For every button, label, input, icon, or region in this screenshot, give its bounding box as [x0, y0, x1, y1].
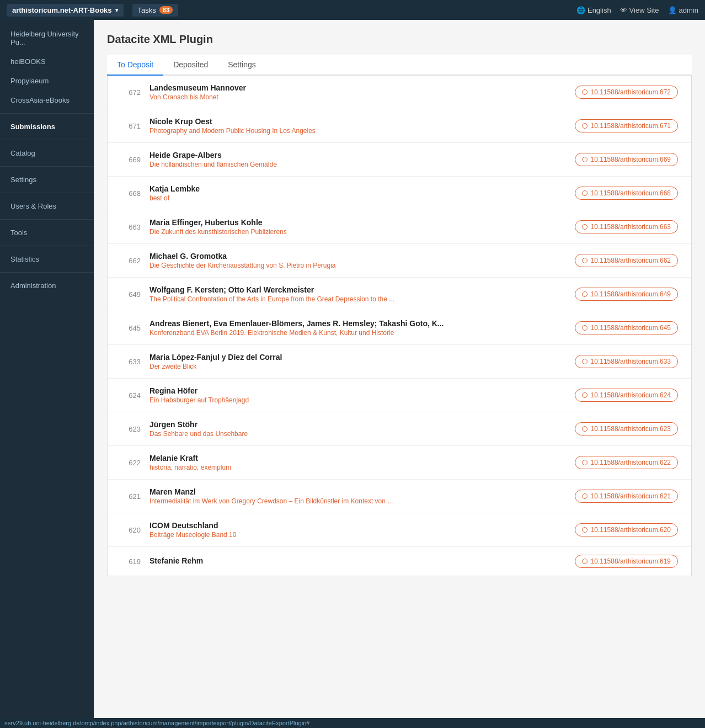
submission-subtitle: Ein Habsburger auf Trophäenjagd: [149, 396, 566, 404]
table-row: 624 Regina Höfer Ein Habsburger auf Trop…: [108, 379, 691, 412]
doi-value: 10.11588/arthistoricum.671: [591, 122, 671, 130]
sidebar-item-catalog[interactable]: Catalog: [0, 144, 94, 163]
submission-info: Nicole Krup Oest Photography and Modern …: [149, 117, 566, 135]
submission-subtitle: Die holländischen und flämischen Gemälde: [149, 161, 566, 168]
table-row: 671 Nicole Krup Oest Photography and Mod…: [108, 109, 691, 143]
submission-title: Jürgen Stöhr: [149, 420, 566, 429]
doi-circle-icon: [582, 527, 588, 533]
doi-value: 10.11588/arthistoricum.620: [591, 526, 671, 534]
doi-link[interactable]: 10.11588/arthistoricum.623: [575, 422, 678, 435]
doi-value: 10.11588/arthistoricum.649: [591, 290, 671, 298]
sidebar-item-tools[interactable]: Tools: [0, 223, 94, 242]
sidebar-divider-2: [0, 140, 94, 140]
brand-label: arthistoricum.net-ART-Books: [12, 6, 112, 14]
tab-to-deposit[interactable]: To Deposit: [107, 55, 163, 76]
doi-value: 10.11588/arthistoricum.662: [591, 257, 671, 264]
doi-value: 10.11588/arthistoricum.619: [591, 557, 671, 565]
doi-circle-icon: [582, 224, 588, 230]
submission-title: Maren Manzl: [149, 487, 566, 496]
table-row: 662 Michael G. Gromotka Die Geschichte d…: [108, 244, 691, 278]
submission-info: Heide Grape-Albers Die holländischen und…: [149, 151, 566, 168]
doi-link[interactable]: 10.11588/arthistoricum.649: [575, 288, 678, 301]
submission-title: Stefanie Rehm: [149, 556, 566, 565]
tab-settings[interactable]: Settings: [218, 55, 266, 76]
doi-value: 10.11588/arthistoricum.645: [591, 324, 671, 332]
doi-value: 10.11588/arthistoricum.621: [591, 492, 671, 500]
submission-title: María López-Fanjul y Díez del Corral: [149, 353, 566, 362]
sidebar-item-administration[interactable]: Administration: [0, 276, 94, 295]
doi-link[interactable]: 10.11588/arthistoricum.619: [575, 555, 678, 568]
sidebar-item-propylaeum[interactable]: Propylaeum: [0, 71, 94, 91]
sidebar-item-crossasia[interactable]: CrossAsia-eBooks: [0, 91, 94, 110]
tab-deposited[interactable]: Deposited: [163, 55, 218, 76]
sidebar-item-submissions[interactable]: Submissions: [0, 117, 94, 136]
submission-title: Nicole Krup Oest: [149, 117, 566, 126]
submission-id: 623: [121, 425, 141, 433]
doi-link[interactable]: 10.11588/arthistoricum.621: [575, 490, 678, 503]
admin-link[interactable]: 👤 admin: [668, 6, 698, 14]
submission-title: ICOM Deutschland: [149, 521, 566, 530]
doi-circle-icon: [582, 392, 588, 398]
sidebar-item-statistics[interactable]: Statistics: [0, 249, 94, 269]
tasks-button[interactable]: Tasks 83: [132, 4, 178, 17]
submission-title: Heide Grape-Albers: [149, 151, 566, 160]
submission-info: Wolfgang F. Kersten; Otto Karl Werckmeis…: [149, 285, 566, 303]
doi-value: 10.11588/arthistoricum.663: [591, 223, 671, 231]
brand-dropdown[interactable]: arthistoricum.net-ART-Books ▾: [7, 4, 124, 17]
status-url: serv29.ub.uni-heidelberg.de/omp/index.ph…: [4, 720, 309, 726]
submission-title: Melanie Kraft: [149, 454, 566, 463]
english-link[interactable]: 🌐 English: [576, 6, 611, 14]
doi-link[interactable]: 10.11588/arthistoricum.672: [575, 86, 678, 99]
doi-circle-icon: [582, 325, 588, 331]
submission-info: Michael G. Gromotka Die Geschichte der K…: [149, 252, 566, 269]
doi-circle-icon: [582, 460, 588, 465]
page-layout: Heidelberg University Pu... heiBOOKS Pro…: [0, 20, 705, 728]
doi-link[interactable]: 10.11588/arthistoricum.624: [575, 389, 678, 402]
submission-id: 619: [121, 557, 141, 566]
doi-value: 10.11588/arthistoricum.623: [591, 425, 671, 433]
doi-circle-icon: [582, 291, 588, 297]
table-row: 633 María López-Fanjul y Díez del Corral…: [108, 345, 691, 379]
globe-icon: 🌐: [576, 6, 585, 14]
submissions-list: 672 Landesmuseum Hannover Von Cranach bi…: [107, 76, 692, 576]
sidebar-divider-6: [0, 246, 94, 246]
submission-id: 671: [121, 122, 141, 130]
sidebar: Heidelberg University Pu... heiBOOKS Pro…: [0, 20, 94, 728]
sidebar-item-heibooks[interactable]: heiBOOKS: [0, 52, 94, 71]
doi-link[interactable]: 10.11588/arthistoricum.633: [575, 355, 678, 368]
submission-title: Katja Lembke: [149, 184, 566, 193]
sidebar-item-users-roles[interactable]: Users & Roles: [0, 196, 94, 216]
page-title: Datacite XML Plugin: [107, 33, 692, 46]
doi-link[interactable]: 10.11588/arthistoricum.662: [575, 254, 678, 267]
submission-info: ICOM Deutschland Beiträge Museologie Ban…: [149, 521, 566, 539]
sidebar-item-heidelberg[interactable]: Heidelberg University Pu...: [0, 24, 94, 52]
doi-value: 10.11588/arthistoricum.672: [591, 88, 671, 96]
submission-subtitle: Von Cranach bis Monet: [149, 93, 566, 101]
doi-link[interactable]: 10.11588/arthistoricum.663: [575, 220, 678, 233]
table-row: 645 Andreas Bienert, Eva Emenlauer-Blöme…: [108, 311, 691, 345]
doi-link[interactable]: 10.11588/arthistoricum.671: [575, 119, 678, 132]
submission-id: 645: [121, 324, 141, 332]
tab-bar: To Deposit Deposited Settings: [107, 55, 692, 76]
submission-id: 662: [121, 257, 141, 265]
english-label: English: [588, 6, 611, 14]
submission-subtitle: Das Sehbare und das Unsehbare: [149, 430, 566, 438]
submission-id: 624: [121, 391, 141, 400]
main-content: Datacite XML Plugin To Deposit Deposited…: [94, 20, 705, 728]
doi-circle-icon: [582, 190, 588, 196]
sidebar-item-settings[interactable]: Settings: [0, 170, 94, 189]
user-icon: 👤: [668, 6, 677, 14]
doi-value: 10.11588/arthistoricum.624: [591, 391, 671, 399]
submission-title: Wolfgang F. Kersten; Otto Karl Werckmeis…: [149, 285, 566, 294]
doi-link[interactable]: 10.11588/arthistoricum.668: [575, 187, 678, 200]
doi-link[interactable]: 10.11588/arthistoricum.622: [575, 456, 678, 469]
submission-subtitle: historia, narratio, exemplum: [149, 464, 566, 471]
doi-circle-icon: [582, 359, 588, 364]
submission-title: Maria Effinger, Hubertus Kohle: [149, 218, 566, 227]
doi-link[interactable]: 10.11588/arthistoricum.669: [575, 153, 678, 166]
doi-link[interactable]: 10.11588/arthistoricum.620: [575, 523, 678, 536]
doi-link[interactable]: 10.11588/arthistoricum.645: [575, 321, 678, 334]
viewsite-link[interactable]: 👁 View Site: [620, 6, 659, 14]
submission-id: 622: [121, 459, 141, 467]
submission-info: Landesmuseum Hannover Von Cranach bis Mo…: [149, 83, 566, 101]
